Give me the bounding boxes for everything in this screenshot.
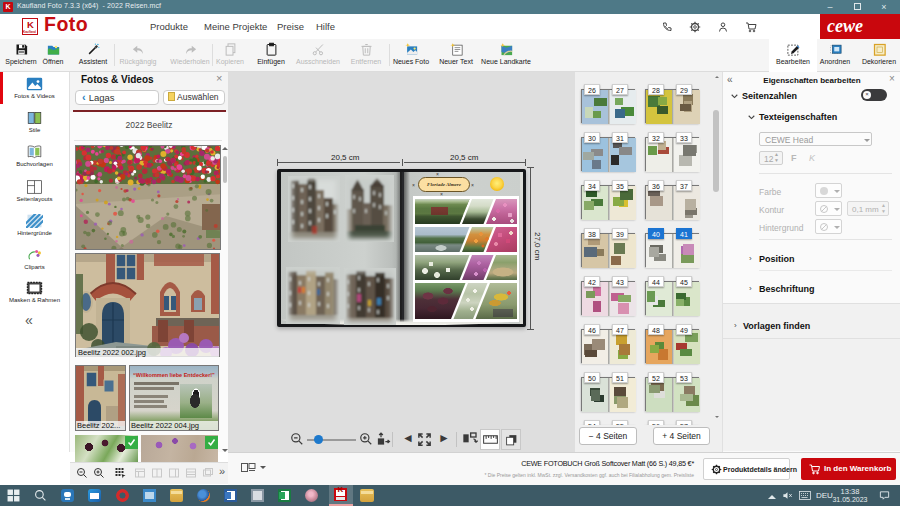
svg-text:cewe: cewe [827,17,863,36]
